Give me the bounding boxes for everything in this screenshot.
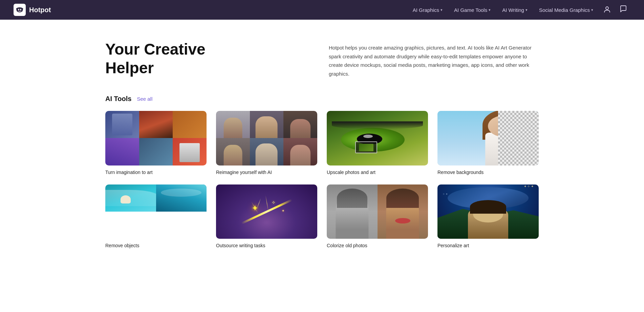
logo-text: Hotpot: [29, 6, 51, 14]
chat-icon[interactable]: [616, 3, 630, 17]
tool-label-colorize: Colorize old photos: [327, 243, 428, 248]
nav-item-ai-graphics[interactable]: AI Graphics ▾: [408, 4, 447, 16]
nav-label-ai-game-tools: AI Game Tools: [454, 7, 487, 13]
nav-item-ai-writing[interactable]: AI Writing ▾: [497, 4, 532, 16]
svg-point-2: [606, 7, 608, 9]
tools-header: AI Tools See all: [105, 95, 539, 103]
see-all-link[interactable]: See all: [137, 96, 152, 102]
hero-section: Your Creative Helper Hotpot helps you cr…: [85, 20, 559, 88]
tools-section: AI Tools See all: [85, 88, 559, 269]
tool-label-imagination-to-art: Turn imagination to art: [105, 170, 207, 175]
tools-heading: AI Tools: [105, 95, 131, 103]
tool-image-personalize: ✦ ✧ ✦ ✧ ✦: [437, 184, 539, 239]
hero-description: Hotpot helps you create amazing graphics…: [329, 40, 539, 78]
svg-point-0: [18, 9, 19, 10]
tool-image-colorize: [327, 184, 428, 239]
nav-links: AI Graphics ▾ AI Game Tools ▾ AI Writing…: [408, 3, 630, 17]
hero-title: Your Creative Helper: [105, 40, 315, 77]
account-icon[interactable]: [600, 3, 614, 17]
logo[interactable]: Hotpot: [14, 4, 51, 16]
tool-image-reimagine: [216, 111, 317, 165]
logo-icon: [14, 4, 26, 16]
nav-label-ai-writing: AI Writing: [502, 7, 524, 13]
tool-image-remove-bg: [437, 111, 539, 165]
tools-grid: Turn imagination to art: [105, 111, 539, 248]
tool-image-remove-objects: [105, 184, 207, 239]
nav-label-ai-graphics: AI Graphics: [413, 7, 439, 13]
tool-card-personalize[interactable]: ✦ ✧ ✦ ✧ ✦ Personalize art: [437, 184, 539, 249]
tool-card-remove-bg[interactable]: Remove backgrounds: [437, 111, 539, 175]
tool-label-personalize: Personalize art: [437, 243, 539, 248]
chevron-down-icon: ▾: [591, 8, 593, 12]
chevron-down-icon: ▾: [525, 8, 528, 12]
tool-label-remove-bg: Remove backgrounds: [437, 170, 539, 175]
tool-label-upscale: Upscale photos and art: [327, 170, 428, 175]
chevron-down-icon: ▾: [441, 8, 443, 12]
tool-card-upscale[interactable]: Upscale photos and art: [327, 111, 428, 175]
hero-description-block: Hotpot helps you create amazing graphics…: [329, 40, 539, 78]
tool-card-remove-objects[interactable]: Remove objects: [105, 184, 207, 249]
tool-card-writing[interactable]: ✦ ✧ ✦ Outsource writing tasks: [216, 184, 317, 249]
svg-point-1: [20, 9, 21, 10]
tool-card-colorize[interactable]: Colorize old photos: [327, 184, 428, 249]
tool-image-writing: ✦ ✧ ✦: [216, 184, 317, 239]
tool-image-imagination-to-art: [105, 111, 207, 165]
nav-item-ai-game-tools[interactable]: AI Game Tools ▾: [449, 4, 495, 16]
tool-label-remove-objects: Remove objects: [105, 243, 207, 248]
tool-card-reimagine[interactable]: Reimagine yourself with AI: [216, 111, 317, 175]
tool-label-writing: Outsource writing tasks: [216, 243, 317, 248]
tool-label-reimagine: Reimagine yourself with AI: [216, 170, 317, 175]
navbar: Hotpot AI Graphics ▾ AI Game Tools ▾ AI …: [0, 0, 644, 20]
hero-text: Your Creative Helper: [105, 40, 315, 77]
tool-card-imagination-to-art[interactable]: Turn imagination to art: [105, 111, 207, 175]
tool-image-upscale: [327, 111, 428, 165]
nav-item-social-media[interactable]: Social Media Graphics ▾: [534, 4, 598, 16]
nav-label-social-media: Social Media Graphics: [539, 7, 590, 13]
chevron-down-icon: ▾: [489, 8, 491, 12]
